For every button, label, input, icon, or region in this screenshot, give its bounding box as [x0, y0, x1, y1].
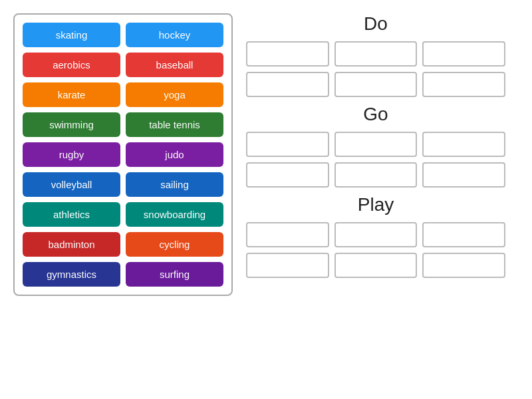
category-section-play: Play [246, 194, 505, 278]
sport-btn-table-tennis[interactable]: table tennis [126, 112, 223, 137]
sport-btn-baseball[interactable]: baseball [126, 53, 223, 77]
category-section-do: Do [246, 13, 505, 97]
sport-btn-gymnastics[interactable]: gymnastics [23, 262, 120, 287]
drop-box-do-0[interactable] [246, 41, 329, 66]
drop-grid-play [246, 222, 505, 278]
sport-btn-swimming[interactable]: swimming [23, 112, 120, 137]
sport-btn-snowboarding[interactable]: snowboarding [126, 202, 223, 227]
drop-box-go-4[interactable] [334, 162, 418, 188]
category-section-go: Go [246, 104, 505, 188]
drop-box-play-3[interactable] [246, 253, 329, 278]
drop-box-go-3[interactable] [246, 162, 329, 188]
sport-btn-surfing[interactable]: surfing [126, 262, 223, 287]
sport-btn-sailing[interactable]: sailing [126, 172, 223, 197]
sport-btn-cycling[interactable]: cycling [126, 232, 223, 257]
drop-box-do-5[interactable] [422, 72, 505, 97]
sport-btn-aerobics[interactable]: aerobics [23, 53, 120, 77]
sport-btn-karate[interactable]: karate [23, 82, 120, 107]
sport-btn-hockey[interactable]: hockey [126, 23, 223, 47]
sport-btn-badminton[interactable]: badminton [23, 232, 120, 257]
category-title-do: Do [364, 13, 388, 35]
drop-box-do-3[interactable] [246, 72, 329, 97]
drop-box-go-2[interactable] [422, 132, 505, 157]
category-title-play: Play [358, 194, 394, 215]
drop-box-play-4[interactable] [334, 253, 418, 278]
categories-panel: DoGoPlay [233, 13, 519, 278]
sports-panel: skatinghockeyaerobicsbaseballkarateyogas… [13, 13, 233, 296]
sport-btn-judo[interactable]: judo [126, 142, 223, 167]
sport-btn-skating[interactable]: skating [23, 23, 120, 47]
drop-box-go-1[interactable] [334, 132, 418, 157]
category-title-go: Go [363, 104, 388, 125]
drop-box-go-0[interactable] [246, 132, 329, 157]
drop-box-do-2[interactable] [422, 41, 505, 66]
drop-box-play-2[interactable] [422, 222, 505, 247]
drop-box-do-4[interactable] [334, 72, 418, 97]
drop-grid-do [246, 41, 505, 97]
drop-box-play-1[interactable] [334, 222, 418, 247]
drop-box-go-5[interactable] [422, 162, 505, 188]
sport-btn-athletics[interactable]: athletics [23, 202, 120, 227]
drop-box-play-0[interactable] [246, 222, 329, 247]
sport-btn-volleyball[interactable]: volleyball [23, 172, 120, 197]
sport-btn-rugby[interactable]: rugby [23, 142, 120, 167]
drop-grid-go [246, 132, 505, 188]
sport-btn-yoga[interactable]: yoga [126, 82, 223, 107]
drop-box-play-5[interactable] [422, 253, 505, 278]
drop-box-do-1[interactable] [334, 41, 418, 66]
